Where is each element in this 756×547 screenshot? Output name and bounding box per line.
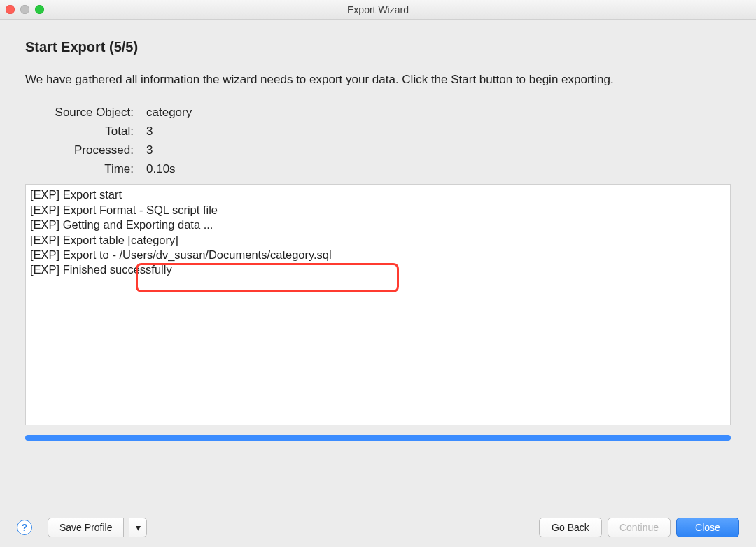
close-window-icon[interactable] — [6, 5, 15, 14]
total-label: Total: — [31, 122, 146, 141]
save-profile-dropdown[interactable]: ▾ — [129, 518, 147, 537]
help-button[interactable]: ? — [17, 520, 32, 535]
processed-label: Processed: — [31, 141, 146, 159]
save-profile-button[interactable]: Save Profile — [48, 518, 124, 537]
export-log[interactable]: [EXP] Export start [EXP] Export Format -… — [25, 184, 731, 425]
progress-track — [25, 435, 731, 441]
page-heading: Start Export (5/5) — [25, 39, 731, 55]
go-back-button[interactable]: Go Back — [539, 518, 602, 537]
continue-button[interactable]: Continue — [608, 518, 671, 537]
summary-table: Source Object: category Total: 3 Process… — [31, 103, 731, 179]
wizard-page: Start Export (5/5) We have gathered all … — [0, 20, 756, 441]
window-title: Export Wizard — [347, 4, 409, 15]
total-value: 3 — [146, 122, 731, 141]
time-label: Time: — [31, 159, 146, 178]
source-object-value: category — [146, 103, 731, 122]
footer: ? Save Profile ▾ Go Back Continue Close — [0, 518, 756, 537]
close-button[interactable]: Close — [676, 518, 739, 537]
source-object-label: Source Object: — [31, 103, 146, 122]
zoom-window-icon[interactable] — [35, 5, 44, 14]
minimize-window-icon[interactable] — [20, 5, 29, 14]
page-description: We have gathered all information the wiz… — [25, 71, 731, 89]
window-controls — [6, 5, 44, 14]
titlebar: Export Wizard — [0, 0, 756, 20]
time-value: 0.10s — [146, 159, 731, 178]
progress-fill — [25, 435, 731, 441]
processed-value: 3 — [146, 141, 731, 159]
